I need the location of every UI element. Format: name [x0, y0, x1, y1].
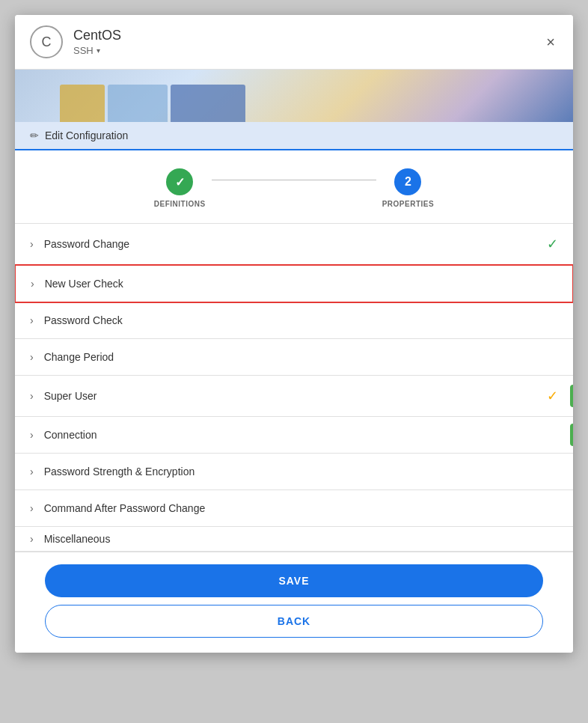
avatar: C: [30, 25, 63, 58]
list-item-super-user[interactable]: › Super User ✓: [15, 376, 573, 417]
check-icon-password-change: ✓: [547, 236, 558, 252]
item-label-connection: Connection: [44, 429, 558, 441]
list-item-new-user-check[interactable]: › New User Check: [15, 264, 573, 303]
list-item-password-change[interactable]: › Password Change ✓: [15, 224, 573, 265]
edit-config-label: Edit Configuration: [45, 129, 128, 141]
banner-image: [15, 70, 573, 122]
chevron-right-icon: ›: [30, 533, 34, 545]
step-properties-label: PROPERTIES: [382, 200, 434, 208]
header-title: CentOS: [73, 28, 543, 43]
list-item-connection[interactable]: › Connection: [15, 417, 573, 454]
item-label-password-change: Password Change: [44, 238, 547, 250]
list-item-change-period[interactable]: › Change Period: [15, 339, 573, 376]
modal-header: C CentOS SSH ▾ ×: [15, 15, 573, 70]
step-connector: [212, 180, 376, 180]
back-button[interactable]: BACK: [45, 605, 543, 638]
item-label-command-after: Command After Password Change: [44, 502, 558, 514]
stepper: ✓ DEFINITIONS 2 PROPERTIES: [15, 150, 573, 224]
item-label-new-user-check: New User Check: [45, 278, 557, 290]
step-definitions-circle: ✓: [166, 168, 193, 195]
chevron-right-icon: ›: [30, 429, 34, 441]
close-button[interactable]: ×: [543, 31, 558, 54]
main-modal: C CentOS SSH ▾ × ✏ Edit Configuration: [15, 15, 573, 653]
list-item-command-after[interactable]: › Command After Password Change: [15, 490, 573, 527]
scroll-indicator: [570, 424, 573, 446]
list-item-password-check[interactable]: › Password Check: [15, 302, 573, 339]
item-label-miscellaneous: Miscellaneous: [44, 533, 558, 545]
item-label-super-user: Super User: [44, 390, 547, 402]
save-button[interactable]: SAVE: [45, 564, 543, 597]
config-list: › Password Change ✓ › New User Check › P…: [15, 224, 573, 552]
step-properties-circle: 2: [394, 168, 421, 195]
chevron-right-icon: ›: [30, 466, 34, 478]
chevron-right-icon: ›: [30, 502, 34, 514]
edit-config-bar: ✏ Edit Configuration: [15, 122, 573, 150]
modal-footer: SAVE BACK: [15, 552, 573, 653]
item-label-password-check: Password Check: [44, 314, 558, 326]
chevron-right-icon: ›: [30, 238, 34, 250]
list-item-password-strength[interactable]: › Password Strength & Encryption: [15, 454, 573, 490]
list-item-miscellaneous[interactable]: › Miscellaneous: [15, 527, 573, 552]
step-definitions-label: DEFINITIONS: [154, 200, 206, 208]
header-subtitle: SSH ▾: [73, 45, 543, 56]
step-definitions[interactable]: ✓ DEFINITIONS: [154, 168, 206, 208]
header-info: CentOS SSH ▾: [73, 28, 543, 56]
item-label-change-period: Change Period: [44, 351, 558, 363]
scroll-indicator: [570, 385, 573, 407]
step-properties[interactable]: 2 PROPERTIES: [382, 168, 434, 208]
chevron-right-icon: ›: [31, 278, 34, 290]
item-label-password-strength: Password Strength & Encryption: [44, 466, 558, 478]
chevron-right-icon: ›: [30, 390, 34, 402]
chevron-down-icon[interactable]: ▾: [97, 46, 100, 55]
chevron-right-icon: ›: [30, 351, 34, 363]
edit-icon: ✏: [30, 129, 39, 141]
check-icon-super-user: ✓: [547, 388, 558, 404]
chevron-right-icon: ›: [30, 314, 34, 326]
